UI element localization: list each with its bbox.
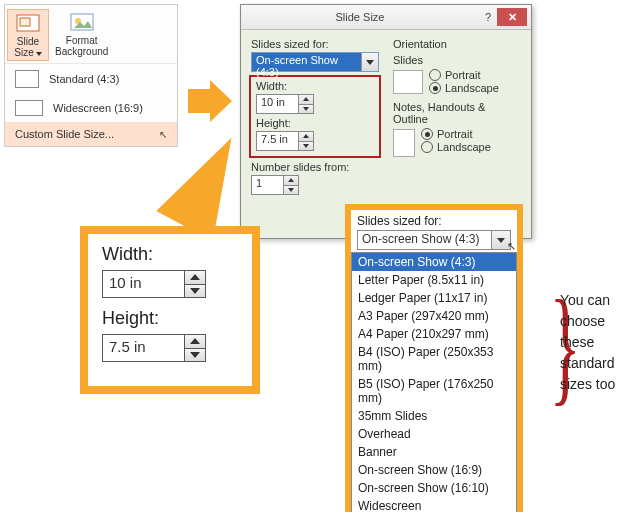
- width-up[interactable]: [299, 95, 313, 105]
- notes-orient-icon: [393, 129, 415, 157]
- height-label: Height:: [256, 117, 374, 129]
- cursor-icon: ↖: [159, 129, 167, 140]
- slide-size-label: Slide Size: [14, 36, 41, 58]
- width-down[interactable]: [299, 105, 313, 114]
- zoom-height-up[interactable]: [185, 335, 205, 349]
- notes-orient-label: Notes, Handouts & Outline: [393, 101, 521, 125]
- sized-for-combo[interactable]: On-screen Show (4:3): [251, 52, 379, 72]
- menu-custom-label: Custom Slide Size...: [15, 128, 114, 140]
- dd-combo-value: On-screen Show (4:3): [358, 231, 491, 249]
- slides-portrait-radio[interactable]: [429, 69, 441, 81]
- svg-rect-1: [20, 18, 30, 26]
- annotation-text: You can choose these standard sizes too: [560, 290, 640, 395]
- dd-options-list: On-screen Show (4:3)Letter Paper (8.5x11…: [351, 252, 517, 512]
- zoom-width-value: 10 in: [103, 271, 184, 297]
- dd-label: Slides sized for:: [357, 214, 511, 228]
- slides-portrait-label: Portrait: [445, 69, 480, 81]
- number-slides-label: Number slides from:: [251, 161, 379, 173]
- number-slides-value: 1: [252, 176, 283, 194]
- dd-option[interactable]: Letter Paper (8.5x11 in): [352, 271, 516, 289]
- dd-option[interactable]: Ledger Paper (11x17 in): [352, 289, 516, 307]
- sized-for-dropdown-button[interactable]: [361, 53, 378, 71]
- menu-widescreen-169[interactable]: Widescreen (16:9): [5, 94, 177, 122]
- zoom-height-down[interactable]: [185, 349, 205, 362]
- cursor-icon: ↖: [507, 240, 516, 253]
- number-up[interactable]: [284, 176, 298, 186]
- menu-widescreen-label: Widescreen (16:9): [53, 102, 143, 114]
- dd-option[interactable]: A4 Paper (210x297 mm): [352, 325, 516, 343]
- zoom-height-spinner[interactable]: 7.5 in: [102, 334, 206, 362]
- sized-for-dropdown-callout: Slides sized for: On-screen Show (4:3) ↖…: [345, 204, 523, 512]
- notes-landscape-label: Landscape: [437, 141, 491, 153]
- sized-for-label: Slides sized for:: [251, 38, 379, 50]
- format-background-icon: [68, 11, 96, 33]
- dialog-title: Slide Size: [241, 11, 479, 23]
- zoom-width-label: Width:: [102, 244, 238, 265]
- dd-option[interactable]: On-screen Show (16:10): [352, 479, 516, 497]
- dialog-close-button[interactable]: ✕: [497, 8, 527, 26]
- dd-option[interactable]: 35mm Slides: [352, 407, 516, 425]
- slides-orient-icon: [393, 70, 423, 94]
- zoom-width-spinner[interactable]: 10 in: [102, 270, 206, 298]
- dialog-titlebar: Slide Size ? ✕: [241, 5, 531, 30]
- orientation-label: Orientation: [393, 38, 521, 50]
- width-label: Width:: [256, 80, 374, 92]
- slide-size-icon: [14, 12, 42, 34]
- height-up[interactable]: [299, 132, 313, 142]
- dd-option[interactable]: Banner: [352, 443, 516, 461]
- dd-option[interactable]: A3 Paper (297x420 mm): [352, 307, 516, 325]
- width-spinner[interactable]: 10 in: [256, 94, 314, 114]
- menu-custom-slide-size[interactable]: Custom Slide Size... ↖: [5, 122, 177, 146]
- menu-standard-43[interactable]: Standard (4:3): [5, 64, 177, 94]
- sized-for-value: On-screen Show (4:3): [252, 53, 361, 71]
- dd-option[interactable]: On-screen Show (16:9): [352, 461, 516, 479]
- zoom-height-value: 7.5 in: [103, 335, 184, 361]
- format-background-label: Format Background: [55, 35, 108, 57]
- menu-standard-label: Standard (4:3): [49, 73, 119, 85]
- slides-orient-label: Slides: [393, 54, 521, 66]
- width-height-callout: Width: 10 in Height: 7.5 in: [80, 226, 260, 394]
- width-value: 10 in: [257, 95, 298, 113]
- ribbon-slide-size-menu: Slide Size Format Background Standard (4…: [4, 4, 178, 147]
- format-background-button[interactable]: Format Background: [49, 9, 114, 61]
- dd-option[interactable]: On-screen Show (4:3): [352, 253, 516, 271]
- notes-portrait-label: Portrait: [437, 128, 472, 140]
- height-value: 7.5 in: [257, 132, 298, 150]
- aspect-169-icon: [15, 100, 43, 116]
- width-height-highlight: Width: 10 in Height: 7.5 in: [249, 75, 381, 158]
- notes-portrait-radio[interactable]: [421, 128, 433, 140]
- slide-size-button[interactable]: Slide Size: [7, 9, 49, 61]
- number-slides-spinner[interactable]: 1: [251, 175, 299, 195]
- dd-option[interactable]: B5 (ISO) Paper (176x250 mm): [352, 375, 516, 407]
- zoom-width-up[interactable]: [185, 271, 205, 285]
- height-down[interactable]: [299, 142, 313, 151]
- dd-option[interactable]: Overhead: [352, 425, 516, 443]
- notes-landscape-radio[interactable]: [421, 141, 433, 153]
- zoom-height-label: Height:: [102, 308, 238, 329]
- aspect-43-icon: [15, 70, 39, 88]
- dd-option[interactable]: B4 (ISO) Paper (250x353 mm): [352, 343, 516, 375]
- dd-option[interactable]: Widescreen: [352, 497, 516, 512]
- dd-combo-button[interactable]: ↖: [491, 231, 510, 249]
- dialog-help-button[interactable]: ?: [479, 11, 497, 23]
- slides-landscape-label: Landscape: [445, 82, 499, 94]
- dd-combo[interactable]: On-screen Show (4:3) ↖: [357, 230, 511, 250]
- zoom-width-down[interactable]: [185, 285, 205, 298]
- number-down[interactable]: [284, 186, 298, 195]
- height-spinner[interactable]: 7.5 in: [256, 131, 314, 151]
- slides-landscape-radio[interactable]: [429, 82, 441, 94]
